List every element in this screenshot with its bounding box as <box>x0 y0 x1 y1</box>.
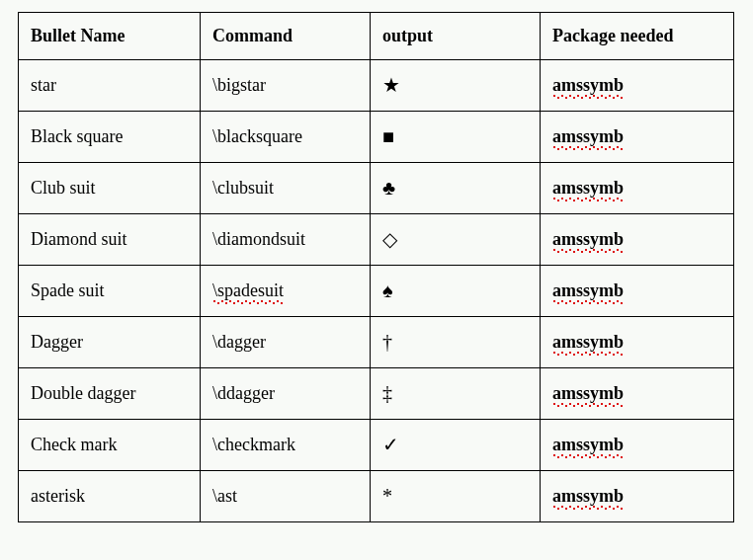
table-row: asterisk\ast*amssymb <box>19 471 734 522</box>
output-symbol: ♣ <box>382 177 395 199</box>
cell-command: \ddagger <box>201 368 371 420</box>
bullet-name-text: asterisk <box>31 486 85 506</box>
output-symbol: ■ <box>382 125 394 147</box>
cell-command: \checkmark <box>201 420 371 471</box>
bullet-name-text: Diamond suit <box>31 229 127 249</box>
cell-bullet-name: Double dagger <box>19 368 201 420</box>
bullet-name-text: Double dagger <box>31 383 135 403</box>
cell-package: amssymb <box>541 368 734 420</box>
package-name-text: amssymb <box>552 178 624 199</box>
cell-output: ★ <box>371 60 541 112</box>
table-row: Diamond suit\diamondsuit◇amssymb <box>19 214 734 266</box>
cell-command: \dagger <box>201 317 371 368</box>
package-name-text: amssymb <box>552 75 624 96</box>
command-text: \checkmark <box>212 435 295 454</box>
table-row: Club suit\clubsuit♣amssymb <box>19 163 734 214</box>
bullet-name-text: Check mark <box>31 435 117 454</box>
command-text: \blacksquare <box>212 126 302 146</box>
cell-output: † <box>371 317 541 368</box>
cell-bullet-name: asterisk <box>19 471 201 522</box>
command-text: \ast <box>212 486 237 506</box>
package-name-text: amssymb <box>552 486 624 507</box>
table-row: star\bigstar★amssymb <box>19 60 734 112</box>
output-symbol: ‡ <box>382 382 392 404</box>
cell-output: ♠ <box>371 266 541 317</box>
output-symbol: † <box>382 331 392 353</box>
bullet-name-text: Black square <box>31 126 123 146</box>
cell-command: \ast <box>201 471 371 522</box>
header-bullet-name: Bullet Name <box>19 13 201 60</box>
output-symbol: ♠ <box>382 280 393 301</box>
cell-output: ✓ <box>371 420 541 471</box>
output-symbol: ✓ <box>382 434 399 455</box>
package-name-text: amssymb <box>552 435 624 455</box>
cell-package: amssymb <box>541 317 734 368</box>
cell-command: \clubsuit <box>201 163 371 214</box>
output-symbol: ◇ <box>382 228 397 250</box>
package-name-text: amssymb <box>552 126 624 147</box>
cell-output: ◇ <box>371 214 541 266</box>
table-row: Double dagger\ddagger‡amssymb <box>19 368 734 420</box>
package-name-text: amssymb <box>552 383 624 404</box>
cell-bullet-name: Club suit <box>19 163 201 214</box>
table-row: Black square\blacksquare■amssymb <box>19 112 734 163</box>
cell-package: amssymb <box>541 420 734 471</box>
cell-package: amssymb <box>541 214 734 266</box>
header-package: Package needed <box>541 13 734 60</box>
bullet-symbols-table: Bullet Name Command output Package neede… <box>18 12 734 522</box>
table-row: Spade suit\spadesuit♠amssymb <box>19 266 734 317</box>
cell-command: \spadesuit <box>201 266 371 317</box>
table-row: Check mark\checkmark✓amssymb <box>19 420 734 471</box>
bullet-name-text: Spade suit <box>31 280 105 300</box>
cell-bullet-name: star <box>19 60 201 112</box>
command-text: \ddagger <box>212 383 275 403</box>
cell-package: amssymb <box>541 112 734 163</box>
cell-output: ‡ <box>371 368 541 420</box>
cell-package: amssymb <box>541 471 734 522</box>
cell-bullet-name: Black square <box>19 112 201 163</box>
table-row: Dagger\dagger†amssymb <box>19 317 734 368</box>
bullet-name-text: Dagger <box>31 332 83 352</box>
cell-bullet-name: Diamond suit <box>19 214 201 266</box>
command-text: \dagger <box>212 332 266 352</box>
command-text: \spadesuit <box>212 280 284 301</box>
cell-package: amssymb <box>541 266 734 317</box>
command-text: \bigstar <box>212 75 266 95</box>
command-text: \diamondsuit <box>212 229 305 249</box>
table-header-row: Bullet Name Command output Package neede… <box>19 13 734 60</box>
cell-bullet-name: Dagger <box>19 317 201 368</box>
header-command: Command <box>201 13 371 60</box>
package-name-text: amssymb <box>552 229 624 250</box>
output-symbol: ★ <box>382 74 400 96</box>
cell-command: \diamondsuit <box>201 214 371 266</box>
header-output: output <box>371 13 541 60</box>
cell-command: \bigstar <box>201 60 371 112</box>
cell-package: amssymb <box>541 163 734 214</box>
bullet-name-text: star <box>31 75 56 95</box>
bullet-name-text: Club suit <box>31 178 96 198</box>
cell-output: ■ <box>371 112 541 163</box>
cell-bullet-name: Spade suit <box>19 266 201 317</box>
cell-output: ♣ <box>371 163 541 214</box>
cell-bullet-name: Check mark <box>19 420 201 471</box>
cell-output: * <box>371 471 541 522</box>
package-name-text: amssymb <box>552 332 624 353</box>
output-symbol: * <box>382 485 392 507</box>
package-name-text: amssymb <box>552 280 624 301</box>
cell-package: amssymb <box>541 60 734 112</box>
command-text: \clubsuit <box>212 178 274 198</box>
cell-command: \blacksquare <box>201 112 371 163</box>
